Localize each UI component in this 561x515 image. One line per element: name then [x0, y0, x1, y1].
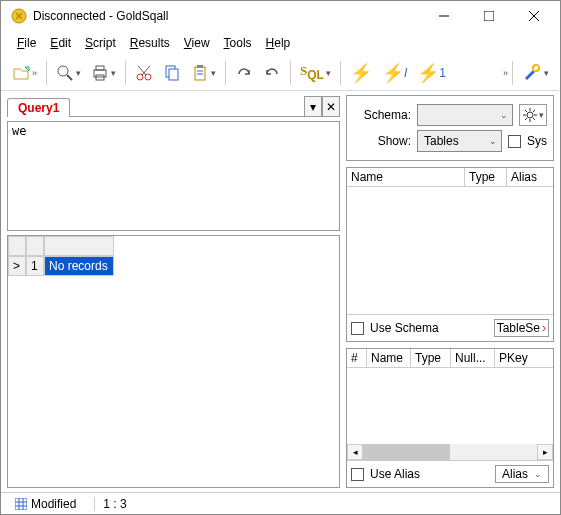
- status-modified: Modified: [7, 497, 84, 511]
- tab-dropdown-button[interactable]: ▾: [304, 96, 322, 116]
- no-records-cell: No records: [44, 256, 114, 276]
- tables-list: Name Type Alias Use Schema TableSe›: [346, 167, 554, 342]
- sys-label: Sys: [527, 134, 547, 148]
- columns-list-body[interactable]: [347, 368, 553, 444]
- toolbar-overflow[interactable]: »: [503, 68, 508, 78]
- sql-editor[interactable]: we: [7, 121, 340, 231]
- settings-button[interactable]: ▾: [517, 59, 554, 87]
- menubar: File Edit Script Results View Tools Help: [1, 31, 560, 55]
- svg-rect-17: [197, 65, 203, 68]
- folder-arrow-icon: [12, 64, 30, 82]
- sql-icon: SQL: [300, 63, 324, 82]
- use-schema-checkbox[interactable]: [351, 322, 364, 335]
- app-icon: [11, 8, 27, 24]
- bolt-icon: ⚡: [382, 62, 404, 84]
- svg-line-27: [525, 110, 527, 112]
- toolbar: » ▾ ▾ ▾ SQL▾ ⚡ ⚡I ⚡1 » ▾: [1, 55, 560, 91]
- status-position: 1 : 3: [94, 497, 134, 511]
- schema-select[interactable]: ⌄: [417, 104, 513, 126]
- alias-select[interactable]: Alias⌄: [495, 465, 549, 483]
- menu-view[interactable]: View: [178, 34, 216, 52]
- undo-button[interactable]: [258, 59, 286, 87]
- schema-settings-button[interactable]: ▾: [519, 104, 547, 126]
- svg-rect-8: [96, 66, 104, 70]
- show-label: Show:: [353, 134, 411, 148]
- use-alias-checkbox[interactable]: [351, 468, 364, 481]
- tables-list-body[interactable]: [347, 187, 553, 314]
- svg-line-6: [67, 75, 72, 80]
- print-button[interactable]: ▾: [86, 59, 121, 87]
- svg-point-5: [58, 66, 68, 76]
- use-alias-label: Use Alias: [370, 467, 489, 481]
- menu-script[interactable]: Script: [79, 34, 122, 52]
- right-pane: Schema: ⌄ ▾ Show: Tables⌄ Sys Name Type …: [346, 95, 554, 488]
- svg-line-28: [533, 118, 535, 120]
- undo-icon: [263, 64, 281, 82]
- clipboard-icon: [191, 64, 209, 82]
- svg-line-30: [525, 118, 527, 120]
- use-schema-label: Use Schema: [370, 321, 488, 335]
- row-number: 1: [26, 256, 44, 276]
- statusbar: Modified 1 : 3: [1, 492, 560, 514]
- col-num[interactable]: #: [347, 349, 367, 367]
- schema-panel: Schema: ⌄ ▾ Show: Tables⌄ Sys: [346, 95, 554, 161]
- sql-tool-button[interactable]: SQL▾: [295, 59, 336, 87]
- window-title: Disconnected - GoldSqall: [33, 9, 421, 23]
- titlebar: Disconnected - GoldSqall: [1, 1, 560, 31]
- menu-help[interactable]: Help: [260, 34, 297, 52]
- execute-1-button[interactable]: ⚡1: [412, 59, 451, 87]
- copy-button[interactable]: [158, 59, 186, 87]
- svg-line-29: [533, 110, 535, 112]
- query-tab[interactable]: Query1: [7, 98, 70, 117]
- new-sql-button[interactable]: »: [7, 59, 42, 87]
- execute-button[interactable]: ⚡: [345, 59, 377, 87]
- bolt-icon: ⚡: [417, 62, 439, 84]
- svg-line-21: [534, 66, 538, 70]
- grid-icon: [15, 498, 27, 510]
- minimize-button[interactable]: [421, 1, 466, 31]
- paste-button[interactable]: ▾: [186, 59, 221, 87]
- tablese-button[interactable]: TableSe›: [494, 319, 549, 337]
- redo-icon: [235, 64, 253, 82]
- tab-close-button[interactable]: ✕: [322, 96, 340, 116]
- svg-rect-31: [15, 498, 27, 510]
- col-type[interactable]: Type: [465, 168, 507, 186]
- menu-edit[interactable]: Edit: [44, 34, 77, 52]
- col-alias[interactable]: Alias: [507, 168, 553, 186]
- left-pane: Query1 ▾ ✕ we > 1 No records: [7, 95, 340, 488]
- query-tabstrip: Query1 ▾ ✕: [7, 95, 340, 117]
- col-name2[interactable]: Name: [367, 349, 411, 367]
- results-grid[interactable]: > 1 No records: [7, 235, 340, 488]
- schema-label: Schema:: [353, 108, 411, 122]
- main-content: Query1 ▾ ✕ we > 1 No records: [1, 91, 560, 492]
- cut-button[interactable]: [130, 59, 158, 87]
- sys-checkbox[interactable]: [508, 135, 521, 148]
- maximize-button[interactable]: [466, 1, 511, 31]
- col-null[interactable]: Null...: [451, 349, 495, 367]
- find-button[interactable]: ▾: [51, 59, 86, 87]
- col-pkey[interactable]: PKey: [495, 349, 553, 367]
- menu-file[interactable]: File: [11, 34, 42, 52]
- svg-rect-15: [169, 69, 178, 80]
- magnifier-icon: [56, 64, 74, 82]
- svg-rect-2: [484, 11, 494, 21]
- col-name[interactable]: Name: [347, 168, 465, 186]
- printer-icon: [91, 64, 109, 82]
- svg-point-22: [527, 112, 533, 118]
- close-button[interactable]: [511, 1, 556, 31]
- menu-results[interactable]: Results: [124, 34, 176, 52]
- columns-hscroll[interactable]: ◂ ▸: [347, 444, 553, 460]
- show-select[interactable]: Tables⌄: [417, 130, 502, 152]
- gear-icon: [523, 108, 537, 122]
- row-marker: >: [8, 256, 26, 276]
- menu-tools[interactable]: Tools: [218, 34, 258, 52]
- col-type2[interactable]: Type: [411, 349, 451, 367]
- scissors-icon: [135, 64, 153, 82]
- columns-list: # Name Type Null... PKey ◂ ▸ Use Alias A…: [346, 348, 554, 488]
- bolt-icon: ⚡: [350, 62, 372, 84]
- redo-button[interactable]: [230, 59, 258, 87]
- execute-i-button[interactable]: ⚡I: [377, 59, 412, 87]
- wrench-screwdriver-icon: [522, 63, 542, 83]
- copy-icon: [163, 64, 181, 82]
